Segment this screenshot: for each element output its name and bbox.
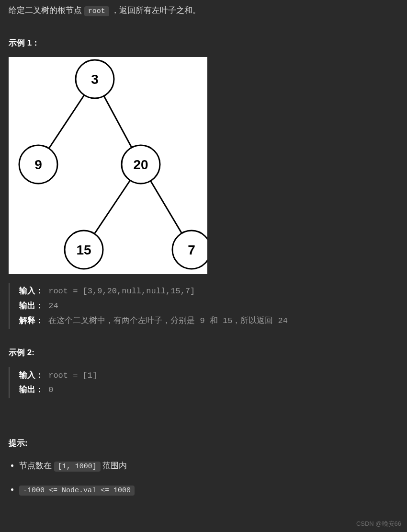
example-1-output-row: 输出： 24	[19, 299, 398, 313]
binary-tree-diagram: 3 9 20 15 7	[9, 57, 207, 274]
example-1-explain-row: 解释： 在这个二叉树中，有两个左叶子，分别是 9 和 15，所以返回 24	[19, 313, 398, 328]
tree-node-7: 7	[188, 243, 195, 257]
hints-heading: 提示:	[9, 437, 398, 450]
example-1-heading: 示例 1：	[9, 36, 398, 49]
watermark: CSDN @晚安66	[356, 519, 401, 529]
output-value: 24	[44, 301, 58, 311]
example-2-input-row: 输入： root = [1]	[19, 368, 398, 383]
problem-description: 给定二叉树的根节点 root ，返回所有左叶子之和。	[9, 4, 398, 17]
hint-1-text2: 范围内	[101, 461, 127, 470]
output-value: 0	[44, 385, 53, 394]
hint-1-code: [1, 1000]	[54, 462, 101, 472]
desc-code: root	[84, 6, 109, 16]
explain-value: 在这个二叉树中，有两个左叶子，分别是 9 和 15，所以返回 24	[44, 316, 288, 325]
output-label: 输出：	[19, 301, 44, 310]
hint-item-1: 节点数在 [1, 1000] 范围内	[19, 459, 398, 473]
tree-node-20: 20	[133, 157, 148, 172]
hint-item-2: -1000 <= Node.val <= 1000	[19, 483, 398, 497]
problem-content: 给定二叉树的根节点 root ，返回所有左叶子之和。 示例 1： 3 9 20 …	[0, 0, 407, 516]
hints-list: 节点数在 [1, 1000] 范围内 -1000 <= Node.val <= …	[9, 459, 398, 497]
example-2-output-row: 输出： 0	[19, 382, 398, 397]
input-value: root = [1]	[44, 371, 97, 380]
desc-text-1: 给定二叉树的根节点	[9, 6, 84, 15]
tree-node-root: 3	[91, 72, 99, 87]
hint-1-text: 节点数在	[19, 461, 54, 470]
example-1-input-row: 输入： root = [3,9,20,null,null,15,7]	[19, 284, 398, 299]
input-label: 输入：	[19, 370, 44, 380]
output-label: 输出：	[19, 385, 44, 394]
input-value: root = [3,9,20,null,null,15,7]	[44, 287, 195, 296]
tree-node-15: 15	[76, 243, 91, 257]
hint-2-code: -1000 <= Node.val <= 1000	[19, 486, 135, 496]
example-1-io: 输入： root = [3,9,20,null,null,15,7] 输出： 2…	[9, 283, 398, 329]
input-label: 输入：	[19, 286, 44, 295]
explain-label: 解释：	[19, 316, 44, 325]
example-2-io: 输入： root = [1] 输出： 0	[9, 367, 398, 399]
tree-node-9: 9	[34, 157, 42, 172]
desc-text-2: ，返回所有左叶子之和。	[109, 6, 201, 15]
example-2-heading: 示例 2:	[9, 346, 398, 359]
